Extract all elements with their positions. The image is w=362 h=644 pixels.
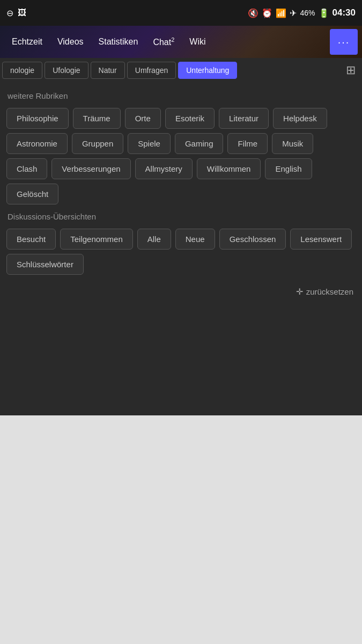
- gray-area: [0, 415, 362, 619]
- cat-tab-nologie[interactable]: nologie: [2, 62, 42, 79]
- nav-tab-wiki[interactable]: Wiki: [182, 33, 213, 51]
- nav-tab-echtzeit[interactable]: Echtzeit: [4, 33, 50, 51]
- reset-row: ✛ zurücksetzen: [6, 282, 356, 299]
- tag-willkommen[interactable]: Willkommen: [197, 158, 261, 179]
- tag-orte[interactable]: Orte: [125, 108, 161, 129]
- tag-gaming[interactable]: Gaming: [175, 133, 224, 154]
- tag-helpdesk[interactable]: Helpdesk: [273, 108, 327, 129]
- tag-esoterik[interactable]: Esoterik: [165, 108, 215, 129]
- reset-label: zurücksetzen: [306, 287, 353, 296]
- tag-english[interactable]: English: [265, 158, 312, 179]
- grid-icon: ⊞: [346, 63, 356, 77]
- cat-tab-natur[interactable]: Natur: [91, 62, 125, 79]
- tag-musik[interactable]: Musik: [272, 133, 313, 154]
- tag-besucht[interactable]: Besucht: [6, 229, 56, 250]
- cat-tab-unterhaltung[interactable]: Unterhaltung: [178, 62, 237, 79]
- diskussions-label: Diskussions-Übersichten: [6, 212, 356, 221]
- status-right-icons: 🔇 ⏰ 📶 ✈ 46% 🔋 04:30: [248, 8, 356, 18]
- wifi-icon: 📶: [276, 8, 286, 18]
- cat-tab-umfragen[interactable]: Umfragen: [127, 62, 176, 79]
- tag-traeume[interactable]: Träume: [73, 108, 121, 129]
- category-row: nologie Ufologie Natur Umfragen Unterhal…: [0, 58, 362, 83]
- tag-geloescht[interactable]: Gelöscht: [6, 184, 58, 204]
- tag-clash[interactable]: Clash: [6, 158, 47, 179]
- chat-badge: 2: [171, 36, 174, 43]
- tag-filme[interactable]: Filme: [227, 133, 268, 154]
- diskussions-tags: Besucht Teilgenommen Alle Neue Geschloss…: [6, 229, 356, 275]
- reset-icon: ✛: [296, 287, 303, 297]
- alarm-icon: ⏰: [262, 8, 272, 18]
- tag-spiele[interactable]: Spiele: [128, 133, 171, 154]
- grid-view-button[interactable]: ⊞: [342, 61, 360, 79]
- tag-allmystery[interactable]: Allmystery: [135, 158, 193, 179]
- tag-lesenswert[interactable]: Lesenswert: [290, 229, 352, 250]
- minus-circle-icon: ⊖: [6, 8, 13, 18]
- airplane-icon: ✈: [290, 8, 297, 18]
- weitere-rubriken-label: weitere Rubriken: [6, 91, 356, 100]
- reset-button[interactable]: ✛ zurücksetzen: [296, 287, 353, 297]
- mute-icon: 🔇: [248, 8, 258, 18]
- nav-tab-videos[interactable]: Videos: [50, 33, 91, 51]
- nav-more-button[interactable]: ···: [330, 29, 358, 55]
- status-bar: ⊖ 🖼 🔇 ⏰ 📶 ✈ 46% 🔋 04:30: [0, 0, 362, 26]
- tag-philosophie[interactable]: Philosophie: [6, 108, 69, 129]
- tag-verbesserungen[interactable]: Verbesserungen: [51, 158, 130, 179]
- image-icon: 🖼: [18, 8, 26, 18]
- weitere-rubriken-tags: Philosophie Träume Orte Esoterik Literat…: [6, 108, 356, 204]
- nav-tab-statistiken[interactable]: Statistiken: [91, 33, 146, 51]
- clock-display: 04:30: [333, 8, 356, 18]
- tag-geschlossen[interactable]: Geschlossen: [219, 229, 286, 250]
- tag-teilgenommen[interactable]: Teilgenommen: [60, 229, 133, 250]
- battery-icon: 🔋: [319, 8, 329, 18]
- tag-astronomie[interactable]: Astronomie: [6, 133, 68, 154]
- cat-tab-ufologie[interactable]: Ufologie: [45, 62, 88, 79]
- nav-tab-chat[interactable]: Chat2: [145, 32, 182, 52]
- tag-schluesselwoerter[interactable]: Schlüsselwörter: [6, 254, 84, 275]
- status-left-icons: ⊖ 🖼: [6, 8, 26, 18]
- tag-neue[interactable]: Neue: [175, 229, 215, 250]
- tag-gruppen[interactable]: Gruppen: [72, 133, 123, 154]
- tag-alle[interactable]: Alle: [137, 229, 171, 250]
- nav-header: Echtzeit Videos Statistiken Chat2 Wiki ·…: [0, 26, 362, 58]
- battery-level: 46%: [300, 9, 315, 17]
- tag-literatur[interactable]: Literatur: [219, 108, 269, 129]
- main-content: weitere Rubriken Philosophie Träume Orte…: [0, 83, 362, 415]
